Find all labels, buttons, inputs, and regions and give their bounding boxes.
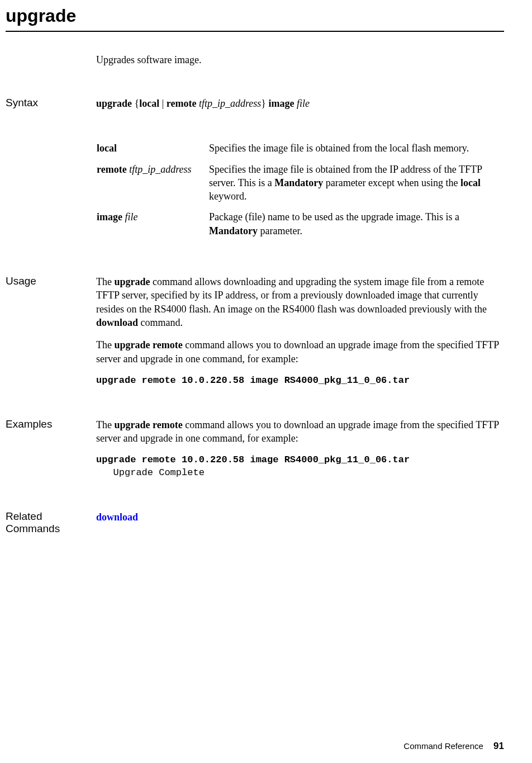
footer-text: Command Reference — [403, 741, 483, 751]
syntax-label: Syntax — [6, 97, 89, 109]
code-output: Upgrade Complete — [96, 467, 205, 478]
param-desc-post: keyword. — [209, 191, 246, 202]
command-title: upgrade — [6, 6, 504, 26]
param-key: remote tftp_ip_address — [96, 162, 208, 210]
param-desc-bold1: Mandatory — [209, 225, 258, 236]
text: command allows downloading and upgrading… — [96, 276, 487, 315]
param-desc-bold1: Mandatory — [274, 177, 323, 188]
syntax-brace-close: } — [261, 98, 268, 109]
param-key-ital: file — [122, 211, 138, 222]
code-bold: upgrade remote 10.0.220.58 image RS4000_… — [96, 454, 410, 465]
text: The — [96, 419, 114, 430]
syntax-line: upgrade {local | remote tftp_ip_address}… — [96, 97, 504, 110]
code-text: upgrade remote 10.0.220.58 image RS4000_… — [96, 375, 410, 386]
usage-para-2: The upgrade remote command allows you to… — [96, 338, 504, 366]
param-key-bold: image — [97, 211, 122, 222]
download-link[interactable]: download — [96, 511, 138, 523]
syntax-pipe: | — [159, 98, 167, 109]
bold-text: upgrade remote — [114, 419, 182, 430]
usage-section: Usage The upgrade command allows downloa… — [96, 275, 504, 387]
param-key-bold: local — [97, 143, 117, 154]
examples-label: Examples — [6, 418, 89, 430]
bold-text: upgrade remote — [114, 339, 182, 350]
bold-text: upgrade — [114, 276, 150, 287]
param-desc: Package (file) name to be used as the up… — [208, 210, 504, 244]
param-row: local Specifies the image file is obtain… — [96, 141, 504, 162]
usage-label: Usage — [6, 275, 89, 287]
param-desc-mid: parameter except when using the — [323, 177, 460, 188]
page-number: 91 — [493, 741, 504, 751]
related-label: Related Commands — [6, 510, 89, 535]
text: The — [96, 339, 114, 350]
param-desc-mid: parameter. — [258, 225, 302, 236]
param-key: local — [96, 141, 208, 162]
param-desc-text: Package (file) name to be used as the up… — [209, 211, 459, 222]
syntax-arg-file: file — [297, 98, 310, 109]
examples-para-1: The upgrade remote command allows you to… — [96, 418, 504, 446]
related-section: Related Commands download — [96, 510, 504, 524]
param-desc-bold2: local — [460, 177, 481, 188]
syntax-section: Syntax upgrade {local | remote tftp_ip_a… — [96, 97, 504, 244]
document-page: upgrade Upgrades software image. Syntax … — [0, 0, 532, 524]
bold-text: download — [96, 317, 138, 328]
syntax-kw-remote: remote — [167, 98, 197, 109]
syntax-arg-tftp: tftp_ip_address — [199, 98, 261, 109]
syntax-brace-open: { — [132, 98, 139, 109]
param-key: image file — [96, 210, 208, 244]
examples-code: upgrade remote 10.0.220.58 image RS4000_… — [96, 454, 504, 480]
text: The — [96, 276, 114, 287]
param-table: local Specifies the image file is obtain… — [96, 141, 504, 244]
param-key-ital: tftp_ip_address — [127, 164, 192, 175]
syntax-kw-local: local — [139, 98, 159, 109]
title-rule — [6, 31, 504, 32]
content-area: Upgrades software image. Syntax upgrade … — [96, 54, 504, 524]
examples-section: Examples The upgrade remote command allo… — [96, 418, 504, 480]
param-desc: Specifies the image file is obtained fro… — [208, 162, 504, 210]
usage-code: upgrade remote 10.0.220.58 image RS4000_… — [96, 375, 504, 387]
usage-para-1: The upgrade command allows downloading a… — [96, 275, 504, 329]
param-desc-text: Specifies the image file is obtained fro… — [209, 143, 469, 154]
param-key-bold: remote — [97, 164, 127, 175]
syntax-cmd: upgrade — [96, 98, 132, 109]
intro-text: Upgrades software image. — [96, 54, 504, 66]
page-footer: Command Reference 91 — [403, 741, 504, 752]
text: command. — [138, 317, 183, 328]
syntax-kw-image: image — [268, 98, 294, 109]
param-row: remote tftp_ip_address Specifies the ima… — [96, 162, 504, 210]
param-desc: Specifies the image file is obtained fro… — [208, 141, 504, 162]
param-row: image file Package (file) name to be use… — [96, 210, 504, 244]
